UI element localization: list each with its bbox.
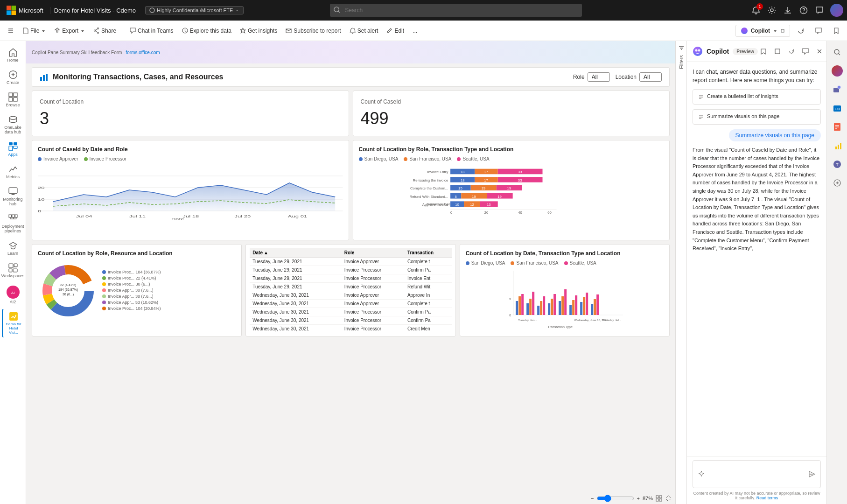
edit-button[interactable]: Edit xyxy=(383,26,408,36)
col-transaction[interactable]: Transaction xyxy=(405,248,452,258)
right-note-icon[interactable] xyxy=(830,119,845,134)
sidebar-item-ai2[interactable]: AI AI2 xyxy=(2,283,24,307)
role-filter[interactable]: Role All xyxy=(573,72,610,82)
right-powerbi-icon[interactable] xyxy=(830,138,845,153)
right-add-icon[interactable] xyxy=(830,175,845,190)
role-filter-select[interactable]: All xyxy=(588,72,610,82)
right-account-icon[interactable] xyxy=(830,63,845,78)
sidebar-item-apps[interactable]: Apps xyxy=(2,139,24,160)
sidebar-item-metrics[interactable]: Metrics xyxy=(2,161,24,182)
location-filter-select[interactable]: All xyxy=(639,72,662,82)
chart-donut[interactable]: Count of Location by Role, Resource and … xyxy=(32,244,242,336)
subscribe-button[interactable]: Subscribe to report xyxy=(282,26,344,36)
right-outlook-icon[interactable]: Ou xyxy=(830,101,845,116)
cell-role: Invoice Approver xyxy=(342,258,405,266)
table-row: Wednesday, June 30, 2021Invoice Processo… xyxy=(250,325,451,333)
alert-button[interactable]: Set alert xyxy=(346,26,382,36)
svg-marker-10 xyxy=(81,30,84,32)
copilot-suggestion-summarize[interactable]: Summarize visuals on this page xyxy=(693,109,821,125)
svg-rect-28 xyxy=(9,188,17,193)
copilot-toolbar-button[interactable]: Copilot xyxy=(735,25,790,37)
topbar: Microsoft Demo for Hotel Visits - Cdemo … xyxy=(0,0,847,21)
copilot-suggestion-insights[interactable]: Create a bulleted list of insights xyxy=(693,89,821,105)
svg-point-4 xyxy=(150,8,154,13)
svg-rect-122 xyxy=(553,294,556,315)
chat-teams-button[interactable]: Chat in Teams xyxy=(126,26,177,36)
get-insights-button[interactable]: Get insights xyxy=(236,26,281,36)
expand-nav-button[interactable] xyxy=(4,26,18,36)
sidebar-item-workspaces[interactable]: Workspaces xyxy=(2,260,24,281)
table-scroll[interactable]: Date ▲ Role Transaction Tuesday, June 29… xyxy=(250,248,451,332)
copilot-expand-icon[interactable] xyxy=(772,46,783,57)
help-icon[interactable] xyxy=(798,5,809,15)
svg-text:33: 33 xyxy=(518,170,522,174)
cell-transaction: Confirm Pa xyxy=(405,316,452,325)
filters-toggle[interactable]: Filters xyxy=(675,41,686,504)
export-button[interactable]: Export xyxy=(50,26,89,36)
send-icon[interactable] xyxy=(808,470,816,478)
microsoft-logo[interactable]: Microsoft xyxy=(4,6,46,15)
sidebar-item-create[interactable]: Create xyxy=(2,67,24,88)
sensitivity-label[interactable]: Highly Confidential\Microsoft FTE xyxy=(145,6,244,14)
svg-rect-20 xyxy=(14,93,17,97)
copilot-input-area[interactable] xyxy=(693,460,821,488)
user-avatar[interactable] xyxy=(830,4,843,17)
read-terms-link[interactable]: Read terms xyxy=(756,496,778,500)
svg-rect-162 xyxy=(835,147,837,149)
cell-date: Wednesday, June 30, 2021 xyxy=(250,300,341,308)
copilot-comment-icon[interactable] xyxy=(800,46,811,57)
zoom-slider[interactable] xyxy=(597,495,634,502)
copilot-refresh-icon[interactable] xyxy=(786,46,797,57)
chart-caseid-date-role[interactable]: Count of CaseId by Date and Role Invoice… xyxy=(32,140,349,240)
svg-text:18: 18 xyxy=(460,170,464,174)
svg-text:Ou: Ou xyxy=(834,107,840,111)
download-icon[interactable] xyxy=(783,5,793,15)
bookmark-button[interactable] xyxy=(829,26,843,36)
legend-sandiego: San Diego, USA xyxy=(359,156,399,161)
right-teams2-icon[interactable]: T xyxy=(830,157,845,172)
feedback-icon[interactable] xyxy=(814,5,825,15)
table-row: Tuesday, June 29, 2021Invoice ProcessorC… xyxy=(250,266,451,274)
zoom-in-icon[interactable]: + xyxy=(637,496,640,501)
svg-text:Tuesday, Jun...: Tuesday, Jun... xyxy=(518,319,537,322)
search-input[interactable] xyxy=(330,4,582,17)
refresh-button[interactable] xyxy=(794,26,808,36)
app-title: Demo for Hotel Visits - Cdemo xyxy=(50,7,140,14)
sidebar-item-monitoring[interactable]: Monitoring hub xyxy=(2,184,24,209)
notification-icon[interactable]: 1 xyxy=(751,5,761,15)
more-button[interactable]: ... xyxy=(409,26,421,36)
svg-rect-19 xyxy=(9,93,13,97)
zoom-out-icon[interactable]: − xyxy=(591,496,594,501)
expand-icon[interactable] xyxy=(665,495,672,502)
settings-icon[interactable] xyxy=(767,5,777,15)
share-button[interactable]: Share xyxy=(90,26,120,36)
svg-text:0: 0 xyxy=(450,210,452,215)
explore-data-button[interactable]: Explore this data xyxy=(178,26,235,36)
chart-location-role-type[interactable]: Count of Location by Role, Transaction T… xyxy=(353,140,670,240)
fullscreen-icon[interactable] xyxy=(656,495,662,502)
col-date[interactable]: Date ▲ xyxy=(250,248,341,258)
svg-rect-111 xyxy=(516,301,518,315)
cell-role: Invoice Processor xyxy=(342,266,405,274)
chart-location-date[interactable]: Count of Location by Date, Transaction T… xyxy=(460,244,670,336)
location-filter[interactable]: Location All xyxy=(616,72,662,82)
sidebar-item-onelake[interactable]: OneLake data hub xyxy=(2,112,24,137)
file-button[interactable]: File xyxy=(19,26,49,36)
copilot-summarize-button[interactable]: Summarize visuals on this page xyxy=(729,129,821,141)
right-teams-icon[interactable] xyxy=(830,82,845,97)
sidebar-item-demo[interactable]: Demo for Hotel Visi... xyxy=(2,309,24,337)
sidebar-item-home[interactable]: Home xyxy=(2,45,24,65)
donut-area: 22 (4.41%) 184 (36.87%) 30 (6...) Invoic… xyxy=(38,260,236,321)
col-role[interactable]: Role xyxy=(342,248,405,258)
sidebar-item-learn[interactable]: Learn xyxy=(2,238,24,259)
copilot-bookmark-icon[interactable] xyxy=(758,46,769,57)
cell-role: Invoice Processor xyxy=(342,325,405,333)
comment-button[interactable] xyxy=(812,26,826,36)
right-search-icon[interactable] xyxy=(830,45,845,60)
sidebar-item-deployment[interactable]: Deployment pipelines xyxy=(2,211,24,236)
copilot-close-icon[interactable] xyxy=(814,46,825,57)
sidebar-item-browse[interactable]: Browse xyxy=(2,90,24,110)
cell-role: Invoice Approver xyxy=(342,291,405,300)
report-panel: Copilot Pane Summary Skill feedback Form… xyxy=(26,41,675,504)
feedback-link[interactable]: forms.office.com xyxy=(126,50,160,55)
